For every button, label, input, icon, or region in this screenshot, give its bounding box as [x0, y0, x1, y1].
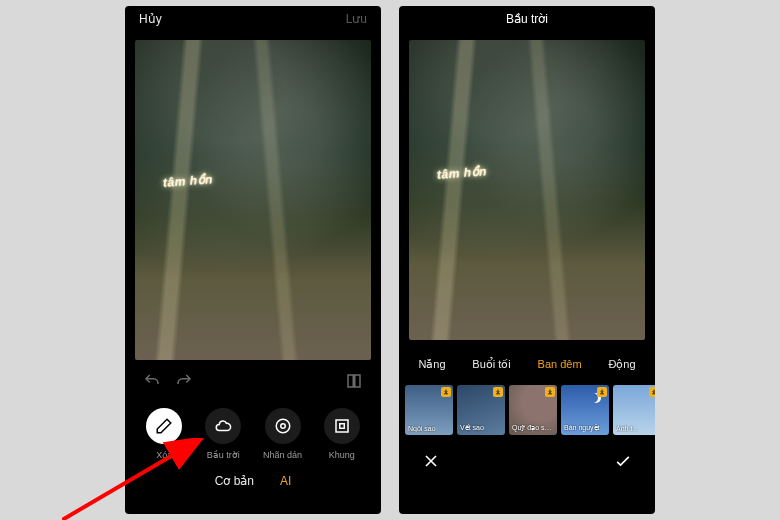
tool-label: Khung [329, 450, 355, 460]
close-icon[interactable] [421, 451, 441, 475]
preset-label: Bán nguyệt [564, 424, 600, 432]
photo-preview-right[interactable]: tâm hồn [409, 40, 645, 340]
tool-label: Xóa [156, 450, 172, 460]
cloud-icon [205, 408, 241, 444]
tool-sticker[interactable]: Nhãn dán [257, 408, 309, 460]
cat-tab-dynamic[interactable]: Động [608, 358, 635, 371]
photo-signboard: tâm hồn [437, 164, 488, 181]
tool-eraser[interactable]: Xóa [138, 408, 190, 460]
svg-point-2 [276, 419, 290, 433]
tool-row: Xóa Bầu trời Nhãn dán Khung [125, 394, 381, 462]
frame: Hủy Lưu tâm hồn [0, 0, 780, 520]
page-title: Bầu trời [433, 12, 621, 26]
mode-tab-ai[interactable]: AI [280, 474, 291, 488]
eraser-icon [146, 408, 182, 444]
undo-redo-row [125, 368, 381, 394]
redo-icon[interactable] [175, 372, 193, 394]
category-row: Nắng Buổi tối Ban đêm Động [399, 348, 655, 377]
svg-rect-5 [340, 424, 345, 429]
download-icon [493, 387, 503, 397]
photo-signboard: tâm hồn [163, 173, 214, 190]
mode-row: Cơ bản AI [125, 462, 381, 496]
preset-row[interactable]: Ngôi sao Vết sao Quỹ đạo s… Bán nguyệt Á… [399, 377, 655, 439]
compare-icon[interactable] [345, 372, 363, 394]
preset-label: Quỹ đạo s… [512, 424, 552, 432]
confirm-row [399, 439, 655, 483]
check-icon[interactable] [613, 451, 633, 475]
cat-tab-sunny[interactable]: Nắng [418, 358, 445, 371]
preset-label: Ngôi sao [408, 425, 436, 432]
svg-rect-0 [348, 375, 353, 387]
download-icon [597, 387, 607, 397]
download-icon [545, 387, 555, 397]
cat-tab-evening[interactable]: Buổi tối [472, 358, 510, 371]
cancel-button[interactable]: Hủy [139, 12, 162, 26]
download-icon [649, 387, 655, 397]
tool-sky[interactable]: Bầu trời [197, 408, 249, 460]
preset-moon[interactable]: Bán nguyệt [561, 385, 609, 435]
sticker-icon [265, 408, 301, 444]
photo-preview-left[interactable]: tâm hồn [135, 40, 371, 360]
undo-icon[interactable] [143, 372, 161, 394]
preset-clouds[interactable]: Ánh t… [613, 385, 655, 435]
tool-label: Bầu trời [207, 450, 240, 460]
preset-label: Vết sao [460, 424, 484, 432]
tool-frame[interactable]: Khung [316, 408, 368, 460]
download-icon [441, 387, 451, 397]
cat-tab-night[interactable]: Ban đêm [538, 358, 582, 371]
frame-icon [324, 408, 360, 444]
preset-orbit[interactable]: Quỹ đạo s… [509, 385, 557, 435]
phone-right: Bầu trời tâm hồn Nắng Buổi tối Ban đêm Đ… [399, 6, 655, 514]
preset-trail[interactable]: Vết sao [457, 385, 505, 435]
tool-label: Nhãn dán [263, 450, 302, 460]
topbar-left: Hủy Lưu [125, 6, 381, 32]
preset-label: Ánh t… [616, 425, 639, 432]
mode-tab-basic[interactable]: Cơ bản [215, 474, 254, 488]
save-button-disabled: Lưu [346, 12, 367, 26]
svg-rect-4 [336, 420, 348, 432]
preset-stars[interactable]: Ngôi sao [405, 385, 453, 435]
svg-rect-1 [355, 375, 360, 387]
topbar-right: Bầu trời [399, 6, 655, 32]
svg-point-3 [280, 424, 285, 429]
phone-left: Hủy Lưu tâm hồn [125, 6, 381, 514]
